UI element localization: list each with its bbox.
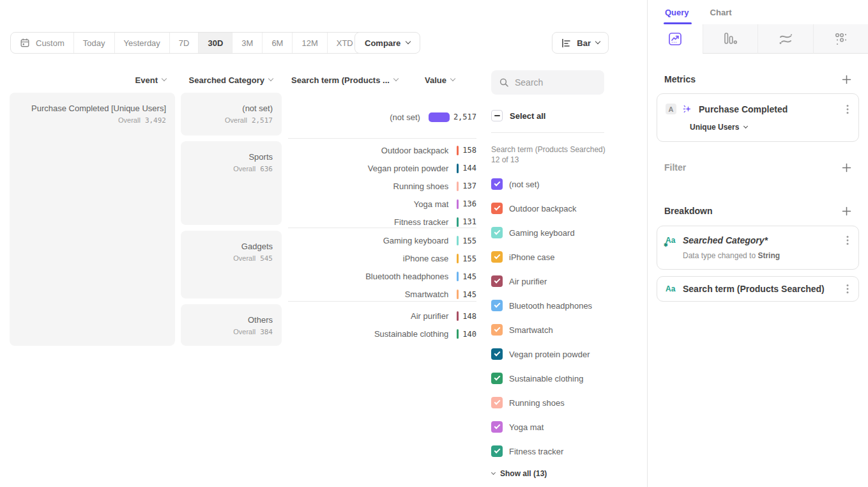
breakdown-property-name: Searched Category* <box>683 235 839 245</box>
value-bar <box>457 199 459 209</box>
overall-value: 545 <box>260 254 273 263</box>
series-item[interactable]: Yoga mat <box>482 415 642 439</box>
search-icon <box>499 77 509 88</box>
select-all-checkbox[interactable] <box>491 110 503 121</box>
value-bar <box>457 164 459 173</box>
kebab-menu-icon[interactable] <box>845 104 850 114</box>
series-checkbox[interactable] <box>491 445 503 457</box>
series-label: Sustainable clothing <box>509 374 583 383</box>
overall-label: Overall <box>233 165 255 173</box>
series-checkbox[interactable] <box>491 397 503 408</box>
series-label: Running shoes <box>509 398 565 408</box>
breakdown-heading-row: Breakdown <box>657 206 859 216</box>
column-header-label: Search term (Products ... <box>291 75 390 85</box>
chevron-down-icon <box>393 76 399 81</box>
search-term-label: Bluetooth headphones <box>288 272 457 281</box>
date-range-7d[interactable]: 7D <box>170 33 199 53</box>
checkmark-icon <box>494 423 500 429</box>
category-cell[interactable]: SportsOverall636 <box>181 141 282 225</box>
column-header-searched-category[interactable]: Searched Category <box>175 75 282 85</box>
series-item[interactable]: Air purifier <box>482 269 642 293</box>
series-checkbox[interactable] <box>491 348 503 360</box>
date-range-label: 7D <box>179 38 190 48</box>
column-header-event[interactable]: Event <box>0 75 175 85</box>
aggregation-dropdown[interactable]: Unique Users <box>690 123 850 132</box>
report-tab-insights[interactable] <box>648 24 703 54</box>
series-label: Fitness tracker <box>509 447 563 456</box>
date-range-custom[interactable]: Custom <box>11 33 74 53</box>
date-range-12m[interactable]: 12M <box>293 33 327 53</box>
series-item[interactable]: Sustainable clothing <box>482 366 642 390</box>
date-range-30d[interactable]: 30D <box>199 33 232 53</box>
series-item[interactable]: Outdoor backpack <box>482 196 642 220</box>
tab-query[interactable]: Query <box>665 0 689 24</box>
note-text: Data type changed to <box>683 251 758 260</box>
add-breakdown-button[interactable] <box>842 206 851 216</box>
kebab-menu-icon[interactable] <box>845 284 850 294</box>
series-checkbox[interactable] <box>491 275 503 287</box>
breakdown-property-name: Search term (Products Searched) <box>683 284 839 294</box>
checkmark-icon <box>494 253 500 259</box>
metric-letter-badge: A <box>666 104 676 114</box>
series-label: Yoga mat <box>509 422 544 432</box>
value-bar <box>457 236 459 245</box>
event-sparkle-icon <box>682 104 693 114</box>
column-header-value[interactable]: Value <box>417 75 455 85</box>
chevron-down-icon <box>162 76 167 81</box>
column-header-search-term[interactable]: Search term (Products ... <box>282 75 417 85</box>
chevron-down-icon <box>491 470 496 474</box>
value-text: 145 <box>462 290 476 299</box>
value-bar <box>457 290 459 299</box>
compare-button[interactable]: Compare <box>354 32 420 54</box>
overall-label: Overall <box>233 254 255 262</box>
search-term-rows: Outdoor backpack158Vegan protein powder1… <box>288 141 476 231</box>
date-range-yesterday[interactable]: Yesterday <box>115 33 170 53</box>
add-metric-button[interactable] <box>842 75 851 84</box>
category-cell[interactable]: OthersOverall384 <box>181 304 282 346</box>
kebab-menu-icon[interactable] <box>845 235 850 245</box>
series-item[interactable]: Gaming keyboard <box>482 220 642 245</box>
series-item[interactable]: iPhone case <box>482 245 642 269</box>
search-term-label: Gaming keyboard <box>288 236 457 245</box>
category-cell[interactable]: (not set)Overall2,517 <box>181 93 282 135</box>
series-search[interactable] <box>491 70 604 95</box>
series-item[interactable]: Vegan protein powder <box>482 342 642 366</box>
series-checkbox[interactable] <box>491 421 503 433</box>
breakdown-card[interactable]: Aa✱Searched Category* Data type changed … <box>657 226 859 270</box>
series-item[interactable]: Running shoes <box>482 390 642 415</box>
series-checkbox[interactable] <box>491 227 503 238</box>
chevron-down-icon <box>268 76 273 81</box>
report-tab-flows[interactable] <box>758 24 813 54</box>
select-all-row[interactable]: Select all <box>491 110 642 121</box>
series-checkbox[interactable] <box>491 203 503 214</box>
date-range-label: 12M <box>301 38 317 48</box>
report-tab-retention[interactable] <box>813 24 868 54</box>
date-range-3m[interactable]: 3M <box>232 33 263 53</box>
series-item[interactable]: (not set) <box>482 172 642 196</box>
insights-icon <box>667 31 683 47</box>
column-header-label: Event <box>135 75 158 85</box>
chart-type-button[interactable]: Bar <box>552 32 609 54</box>
series-item[interactable]: Bluetooth headphones <box>482 293 642 318</box>
series-item[interactable]: Smartwatch <box>482 318 642 342</box>
series-item[interactable]: Fitness tracker <box>482 439 642 463</box>
category-cell[interactable]: GadgetsOverall545 <box>181 231 282 298</box>
tab-chart[interactable]: Chart <box>710 0 732 24</box>
series-checkbox[interactable] <box>491 178 503 190</box>
series-checkbox[interactable] <box>491 373 503 384</box>
date-range-group: CustomTodayYesterday7D30D3M6M12MXTD <box>10 32 372 54</box>
metric-card[interactable]: A Purchase Completed Unique Users <box>657 93 859 142</box>
add-filter-button[interactable] <box>842 163 851 173</box>
series-checkbox[interactable] <box>491 251 503 263</box>
date-range-6m[interactable]: 6M <box>263 33 293 53</box>
search-term-label: Running shoes <box>288 182 457 191</box>
series-label: Vegan protein powder <box>509 350 590 359</box>
report-tab-funnels[interactable] <box>703 24 758 54</box>
event-cell[interactable]: Purchase Completed [Unique Users] Overal… <box>10 93 175 346</box>
date-range-today[interactable]: Today <box>74 33 115 53</box>
series-checkbox[interactable] <box>491 324 503 336</box>
series-checkbox[interactable] <box>491 300 503 311</box>
search-input[interactable] <box>515 77 597 88</box>
show-all-button[interactable]: Show all (13) <box>492 469 642 478</box>
breakdown-card[interactable]: AaSearch term (Products Searched) <box>657 276 859 302</box>
